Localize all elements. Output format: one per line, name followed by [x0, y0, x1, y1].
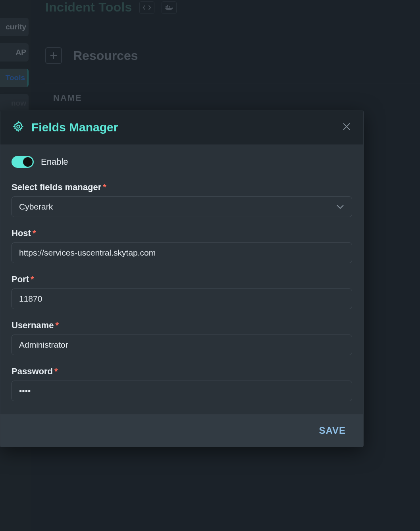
fields-manager-label: Select fields manager* [12, 182, 352, 192]
modal-header: Fields Manager [0, 110, 363, 145]
resources-title: Resources [73, 48, 138, 63]
fields-manager-value: Cyberark [19, 202, 53, 212]
resources-table: NAME [45, 83, 420, 113]
sidebar-item-tools[interactable]: Tools [0, 69, 29, 87]
svg-rect-0 [166, 6, 167, 8]
password-input[interactable] [12, 381, 352, 401]
port-label: Port* [12, 274, 352, 285]
sidebar-item-ap[interactable]: AP [0, 43, 29, 62]
column-header-name: NAME [45, 83, 420, 113]
docker-icon-button[interactable] [162, 1, 177, 14]
fields-manager-modal: Fields Manager Enable Select fields mana… [0, 110, 364, 447]
svg-rect-1 [167, 6, 168, 8]
enable-label: Enable [41, 157, 68, 167]
save-button[interactable]: SAVE [316, 425, 348, 437]
port-input[interactable] [12, 289, 352, 309]
fields-manager-select[interactable]: Cyberark [12, 196, 352, 217]
svg-point-6 [17, 125, 20, 128]
password-label: Password* [12, 366, 352, 377]
svg-rect-2 [169, 6, 170, 8]
sidebar-item-security[interactable]: curity [0, 18, 29, 36]
sidebar-item-label: AP [16, 48, 26, 57]
enable-toggle[interactable] [12, 156, 34, 168]
modal-body: Enable Select fields manager* Cyberark H… [0, 145, 363, 414]
svg-rect-3 [167, 5, 168, 6]
modal-title: Fields Manager [31, 121, 118, 134]
toggle-knob [23, 157, 33, 167]
add-resource-button[interactable] [45, 47, 62, 64]
sidebar-item-label: Tools [6, 73, 25, 82]
modal-footer: SAVE [0, 414, 363, 447]
username-label: Username* [12, 320, 352, 331]
host-input[interactable] [12, 242, 352, 263]
chevron-down-icon [336, 202, 345, 212]
plus-icon [50, 52, 58, 60]
docker-icon [164, 4, 174, 11]
username-input[interactable] [12, 335, 352, 355]
code-icon [143, 4, 151, 11]
sidebar-item-label: now [11, 99, 26, 108]
gear-icon [12, 121, 24, 134]
sidebar-item-label: curity [6, 23, 26, 31]
host-label: Host* [12, 228, 352, 239]
page-title: Incident Tools [45, 0, 132, 15]
close-icon [342, 122, 351, 131]
code-icon-button[interactable] [139, 1, 154, 14]
close-button[interactable] [342, 122, 351, 133]
